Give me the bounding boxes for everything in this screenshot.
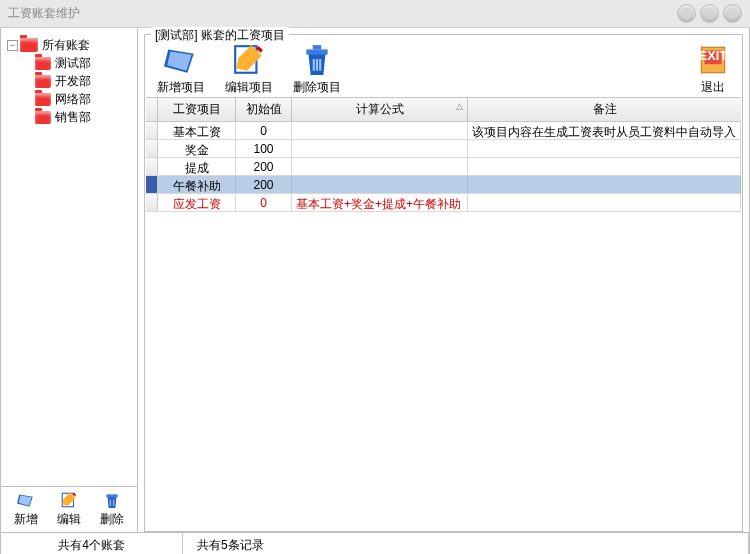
tree-item[interactable]: 销售部 <box>7 108 131 126</box>
tree-item-label: 网络部 <box>55 91 91 108</box>
window-controls <box>677 4 742 23</box>
row-header <box>146 140 158 157</box>
row-header <box>146 158 158 175</box>
folder-icon <box>35 57 51 70</box>
cell-formula <box>292 122 468 139</box>
cell-name: 午餐补助 <box>158 176 236 193</box>
status-bar: 共有4个账套 共有5条记录 <box>0 533 750 554</box>
cell-formula: 基本工资+奖金+提成+午餐补助 <box>292 194 468 211</box>
delete-item-button[interactable]: 删除项目 <box>293 43 341 96</box>
cell-note <box>468 194 741 211</box>
edit-label: 编辑 <box>57 511 81 528</box>
table: 工资项目 初始值 计算公式 备注 基本工资0该项目内容在生成工资表时从员工资料中… <box>146 97 741 531</box>
edit-item-button[interactable]: 编辑项目 <box>225 43 273 96</box>
cell-init: 200 <box>236 176 292 193</box>
table-row[interactable]: 基本工资0该项目内容在生成工资表时从员工资料中自动导入 <box>146 122 741 140</box>
folder-icon <box>35 93 51 106</box>
cell-note: 该项目内容在生成工资表时从员工资料中自动导入 <box>468 122 741 139</box>
add-button[interactable]: 新增 <box>8 489 44 530</box>
cell-init: 0 <box>236 122 292 139</box>
exit-label: 退出 <box>701 79 725 96</box>
edit-item-label: 编辑项目 <box>225 79 273 96</box>
folder-icon <box>20 38 38 52</box>
group-title: [测试部] 账套的工资项目 <box>151 27 289 44</box>
edit-item-icon <box>232 43 266 77</box>
expander-icon[interactable]: − <box>7 40 18 51</box>
delete-label: 删除 <box>100 511 124 528</box>
delete-item-icon <box>300 43 334 77</box>
folder-icon <box>35 75 51 88</box>
delete-button[interactable]: 删除 <box>94 489 130 530</box>
col-header-note[interactable]: 备注 <box>468 98 741 121</box>
edit-icon <box>60 491 78 509</box>
close-button[interactable] <box>723 4 742 23</box>
cell-note <box>468 140 741 157</box>
cell-name: 奖金 <box>158 140 236 157</box>
maximize-button[interactable] <box>700 4 719 23</box>
cell-formula <box>292 158 468 175</box>
status-left: 共有4个账套 <box>1 533 183 554</box>
cell-init: 200 <box>236 158 292 175</box>
left-panel: − 所有账套 测试部开发部网络部销售部 新增 编辑 <box>1 28 138 532</box>
table-row[interactable]: 提成200 <box>146 158 741 176</box>
tree: − 所有账套 测试部开发部网络部销售部 <box>1 28 137 486</box>
tree-root[interactable]: − 所有账套 <box>7 36 131 54</box>
tree-root-label: 所有账套 <box>42 37 90 54</box>
cell-formula <box>292 140 468 157</box>
top-toolbar: 新增项目 编辑项目 删除项目 EXIT <box>145 35 742 97</box>
col-header-name[interactable]: 工资项目 <box>158 98 236 121</box>
row-header <box>146 122 158 139</box>
cell-name: 提成 <box>158 158 236 175</box>
svg-rect-1 <box>106 494 117 497</box>
table-row[interactable]: 午餐补助200 <box>146 176 741 194</box>
tree-item-label: 销售部 <box>55 109 91 126</box>
delete-icon <box>103 491 121 509</box>
minimize-button[interactable] <box>677 4 696 23</box>
tree-item-label: 测试部 <box>55 55 91 72</box>
tree-item-label: 开发部 <box>55 73 91 90</box>
table-row[interactable]: 奖金100 <box>146 140 741 158</box>
cell-name: 应发工资 <box>158 194 236 211</box>
edit-button[interactable]: 编辑 <box>51 489 87 530</box>
svg-rect-4 <box>313 45 322 49</box>
status-right: 共有5条记录 <box>183 533 749 554</box>
cell-formula <box>292 176 468 193</box>
window-title: 工资账套维护 <box>8 5 677 22</box>
cell-name: 基本工资 <box>158 122 236 139</box>
svg-rect-3 <box>306 49 327 54</box>
row-header-corner <box>146 98 158 121</box>
add-icon <box>17 491 35 509</box>
exit-icon: EXIT <box>696 43 730 77</box>
group-box: [测试部] 账套的工资项目 新增项目 编辑项目 <box>144 34 743 532</box>
row-header <box>146 176 158 193</box>
add-label: 新增 <box>14 511 38 528</box>
cell-init: 0 <box>236 194 292 211</box>
cell-init: 100 <box>236 140 292 157</box>
table-header: 工资项目 初始值 计算公式 备注 <box>146 98 741 122</box>
svg-text:EXIT: EXIT <box>699 48 728 63</box>
add-item-button[interactable]: 新增项目 <box>157 43 205 96</box>
tree-item[interactable]: 测试部 <box>7 54 131 72</box>
right-panel: [测试部] 账套的工资项目 新增项目 编辑项目 <box>138 28 749 532</box>
tree-item[interactable]: 网络部 <box>7 90 131 108</box>
left-toolbar: 新增 编辑 删除 <box>1 486 137 532</box>
add-item-label: 新增项目 <box>157 79 205 96</box>
cell-note <box>468 176 741 193</box>
col-header-init[interactable]: 初始值 <box>236 98 292 121</box>
titlebar: 工资账套维护 <box>0 0 750 28</box>
exit-button[interactable]: EXIT 退出 <box>696 43 730 96</box>
add-item-icon <box>164 43 198 77</box>
cell-note <box>468 158 741 175</box>
folder-icon <box>35 111 51 124</box>
delete-item-label: 删除项目 <box>293 79 341 96</box>
tree-item[interactable]: 开发部 <box>7 72 131 90</box>
col-header-formula[interactable]: 计算公式 <box>292 98 468 121</box>
table-row[interactable]: 应发工资0基本工资+奖金+提成+午餐补助 <box>146 194 741 212</box>
row-header <box>146 194 158 211</box>
